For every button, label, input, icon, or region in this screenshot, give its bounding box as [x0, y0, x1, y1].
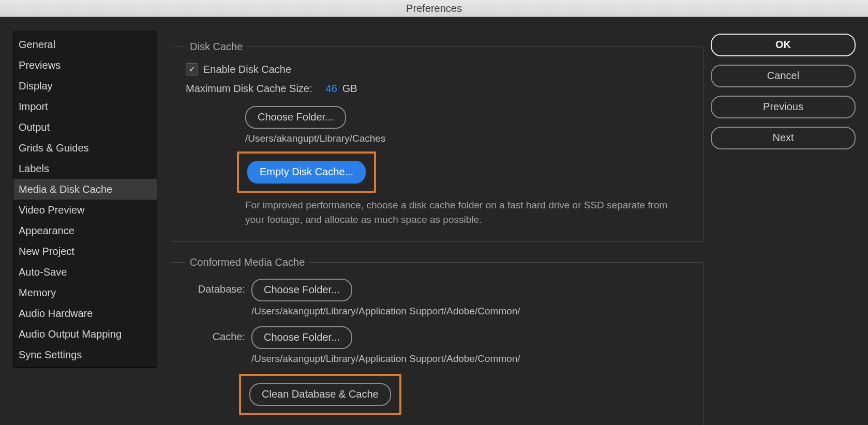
- conformed-media-cache-group: Conformed Media Cache Database: Choose F…: [171, 256, 704, 425]
- cache-choose-folder-button[interactable]: Choose Folder...: [251, 326, 352, 349]
- max-cache-size-value[interactable]: 46: [326, 83, 337, 95]
- enable-disk-cache-label: Enable Disk Cache: [203, 64, 291, 75]
- clean-database-cache-button[interactable]: Clean Database & Cache: [249, 383, 391, 406]
- clean-db-cache-highlight: Clean Database & Cache: [239, 374, 401, 415]
- disk-cache-folder-block: Choose Folder... /Users/akangupt/Library…: [245, 106, 689, 144]
- sidebar-item-sync-settings[interactable]: Sync Settings: [13, 344, 157, 365]
- empty-disk-cache-button[interactable]: Empty Disk Cache...: [247, 161, 366, 184]
- database-path: /Users/akangupt/Library/Application Supp…: [251, 306, 689, 317]
- next-button[interactable]: Next: [711, 127, 856, 149]
- preferences-sidebar: GeneralPreviewsDisplayImportOutputGrids …: [13, 32, 157, 368]
- cancel-button[interactable]: Cancel: [711, 65, 856, 87]
- cache-label: Cache:: [186, 326, 251, 347]
- database-label: Database:: [186, 279, 251, 299]
- disk-cache-group: Disk Cache ✓ Enable Disk Cache Maximum D…: [171, 41, 704, 242]
- conformed-legend: Conformed Media Cache: [186, 256, 309, 268]
- sidebar-item-general[interactable]: General: [13, 34, 157, 55]
- enable-disk-cache-checkbox[interactable]: ✓: [186, 63, 198, 75]
- cache-row: Cache: Choose Folder... /Users/akangupt/…: [186, 326, 689, 365]
- disk-cache-folder-path: /Users/akangupt/Library/Caches: [245, 133, 689, 144]
- window-titlebar: Preferences: [0, 0, 868, 17]
- max-cache-size-row: Maximum Disk Cache Size: 46 GB: [186, 83, 689, 95]
- disk-cache-hint: For improved performance, choose a disk …: [245, 198, 689, 227]
- enable-disk-cache-row: ✓ Enable Disk Cache: [186, 63, 689, 75]
- action-column: OK Cancel Previous Next: [711, 34, 856, 149]
- preferences-main: Disk Cache ✓ Enable Disk Cache Maximum D…: [171, 41, 704, 425]
- ok-button[interactable]: OK: [711, 34, 856, 56]
- sidebar-item-labels[interactable]: Labels: [13, 158, 157, 179]
- sidebar-item-audio-hardware[interactable]: Audio Hardware: [13, 303, 157, 324]
- previous-button[interactable]: Previous: [711, 96, 856, 118]
- empty-disk-cache-highlight: Empty Disk Cache...: [237, 151, 376, 193]
- sidebar-item-media-disk-cache[interactable]: Media & Disk Cache: [13, 179, 157, 200]
- clean-db-cache-wrap: Clean Database & Cache: [239, 374, 689, 415]
- sidebar-item-appearance[interactable]: Appearance: [13, 220, 157, 241]
- cache-path: /Users/akangupt/Library/Application Supp…: [251, 353, 689, 365]
- database-row: Database: Choose Folder... /Users/akangu…: [186, 279, 689, 317]
- sidebar-item-auto-save[interactable]: Auto-Save: [13, 262, 157, 282]
- sidebar-item-import[interactable]: Import: [13, 96, 157, 117]
- sidebar-item-new-project[interactable]: New Project: [13, 241, 157, 262]
- sidebar-item-audio-output-mapping[interactable]: Audio Output Mapping: [13, 324, 157, 344]
- sidebar-item-video-preview[interactable]: Video Preview: [13, 200, 157, 220]
- sidebar-item-display[interactable]: Display: [13, 75, 157, 96]
- preferences-body: OK Cancel Previous Next GeneralPreviewsD…: [0, 17, 868, 425]
- window-title: Preferences: [406, 3, 462, 14]
- disk-cache-choose-folder-button[interactable]: Choose Folder...: [245, 106, 346, 129]
- sidebar-item-memory[interactable]: Memory: [13, 282, 157, 303]
- max-cache-size-unit: GB: [342, 83, 357, 95]
- empty-disk-cache-wrap: Empty Disk Cache...: [237, 151, 689, 193]
- disk-cache-legend: Disk Cache: [186, 41, 247, 53]
- sidebar-item-previews[interactable]: Previews: [13, 55, 157, 75]
- database-choose-folder-button[interactable]: Choose Folder...: [251, 279, 352, 301]
- sidebar-item-grids-guides[interactable]: Grids & Guides: [13, 138, 157, 158]
- max-cache-size-label: Maximum Disk Cache Size:: [186, 83, 312, 95]
- check-icon: ✓: [189, 65, 196, 73]
- sidebar-item-output[interactable]: Output: [13, 117, 157, 138]
